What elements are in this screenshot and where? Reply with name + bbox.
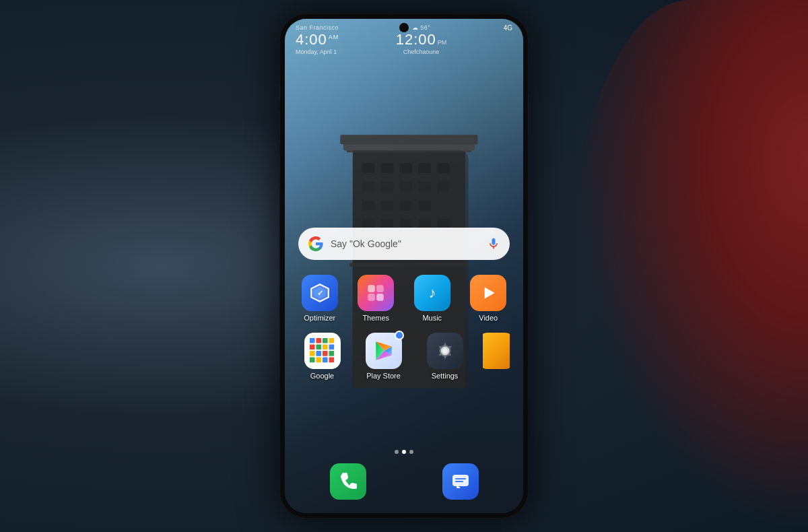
music-icon: ♪ — [414, 275, 450, 311]
svg-rect-28 — [376, 285, 384, 292]
phone-device: San Francisco 4:00AM Monday, April 1 ☁ 5… — [279, 13, 529, 519]
phone-screen: San Francisco 4:00AM Monday, April 1 ☁ 5… — [285, 19, 523, 513]
left-time-display: 4:00AM — [296, 32, 339, 47]
svg-rect-47 — [323, 358, 328, 363]
app-item-playstore[interactable]: Play Store — [360, 333, 407, 380]
front-camera — [399, 23, 409, 32]
svg-rect-34 — [316, 338, 321, 343]
svg-rect-30 — [376, 294, 384, 301]
google-label: Google — [310, 372, 334, 380]
playstore-icon — [366, 333, 402, 369]
svg-rect-38 — [316, 344, 321, 350]
page-dot-2 — [402, 450, 406, 454]
video-label: Video — [479, 314, 498, 322]
settings-label: Settings — [432, 372, 459, 380]
app-item-settings[interactable]: Settings — [422, 333, 469, 380]
google-search-bar[interactable]: Say "Ok Google" — [298, 228, 510, 260]
music-label: Music — [422, 314, 442, 322]
status-signal: 4G — [504, 24, 512, 32]
app-item-optimizer[interactable]: ✓ Optimizer — [296, 275, 343, 322]
svg-rect-27 — [368, 285, 376, 292]
page-dot-1 — [395, 450, 399, 454]
google-app-icon — [304, 333, 341, 369]
video-icon — [470, 275, 506, 311]
microphone-icon[interactable] — [487, 237, 500, 251]
svg-rect-37 — [309, 344, 314, 350]
svg-rect-41 — [309, 351, 314, 356]
left-city-label: San Francisco — [296, 24, 339, 31]
status-right-info: Chefchaoune — [403, 48, 440, 55]
svg-rect-36 — [329, 338, 334, 343]
svg-rect-29 — [368, 294, 376, 301]
settings-icon — [427, 333, 463, 369]
playstore-label: Play Store — [366, 372, 401, 380]
page-dot-3 — [409, 450, 413, 454]
search-placeholder: Say "Ok Google" — [331, 238, 480, 249]
volume-up-button[interactable] — [279, 81, 280, 101]
svg-rect-25 — [340, 135, 477, 144]
svg-marker-32 — [485, 287, 495, 298]
app-item-google[interactable]: Google — [299, 333, 346, 380]
app-item-themes[interactable]: Themes — [352, 275, 399, 322]
dock-item-phone[interactable] — [328, 463, 368, 500]
themes-label: Themes — [362, 314, 389, 322]
phone-body: San Francisco 4:00AM Monday, April 1 ☁ 5… — [279, 13, 529, 519]
app-dock — [292, 463, 516, 500]
app-item-music[interactable]: ♪ Music — [409, 275, 456, 322]
svg-rect-44 — [329, 351, 334, 356]
volume-down-button[interactable] — [279, 111, 280, 145]
svg-rect-48 — [329, 358, 334, 363]
power-button[interactable] — [528, 94, 529, 135]
svg-text:✓: ✓ — [316, 289, 323, 297]
left-date-label: Monday, April 1 — [296, 48, 339, 55]
svg-rect-53 — [455, 481, 463, 482]
notification-badge — [395, 331, 404, 340]
app-grid: ✓ Optimizer — [292, 275, 516, 391]
app-item-video[interactable]: Video — [465, 275, 512, 322]
svg-rect-42 — [316, 351, 321, 356]
themes-icon — [358, 275, 394, 311]
hair-silhouette-decoration — [572, 0, 808, 532]
assistant-button[interactable] — [279, 155, 280, 189]
status-left-city-time: San Francisco 4:00AM Monday, April 1 — [296, 24, 339, 55]
svg-rect-51 — [452, 475, 469, 486]
svg-rect-39 — [323, 344, 328, 350]
google-logo-icon — [308, 236, 324, 252]
dock-item-messages[interactable] — [440, 463, 481, 500]
optimizer-icon: ✓ — [302, 275, 338, 311]
svg-rect-33 — [309, 338, 314, 343]
app-row-2: Google — [292, 333, 516, 380]
right-time-display: 12:00 — [396, 32, 436, 47]
svg-rect-46 — [316, 358, 321, 363]
right-weather-icon: ☁ 56° — [412, 24, 431, 31]
svg-rect-45 — [309, 358, 314, 363]
app-item-partial[interactable] — [483, 333, 510, 380]
app-row-1: ✓ Optimizer — [292, 275, 516, 322]
phone-icon — [330, 463, 366, 500]
svg-rect-52 — [455, 478, 466, 479]
page-indicator — [395, 450, 413, 454]
optimizer-label: Optimizer — [304, 314, 335, 322]
mystery-icon — [483, 333, 510, 369]
svg-rect-43 — [323, 351, 328, 356]
svg-rect-40 — [329, 344, 334, 350]
wallpaper — [285, 19, 523, 513]
svg-rect-35 — [323, 338, 328, 343]
messages-icon — [442, 463, 479, 500]
svg-text:♪: ♪ — [428, 285, 436, 301]
